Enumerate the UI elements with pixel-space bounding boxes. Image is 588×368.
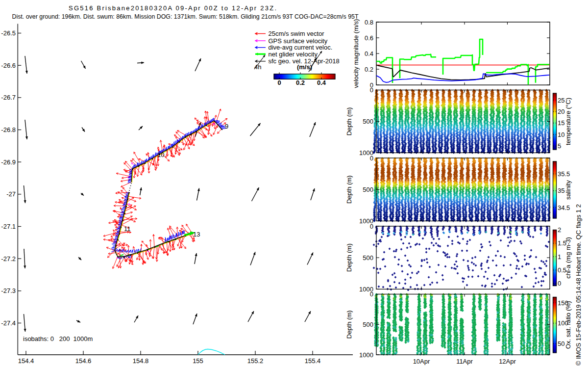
svg-text:net glider velocity: net glider velocity	[269, 51, 318, 58]
svg-text:-26.8: -26.8	[1, 126, 16, 133]
svg-text:Depth (m): Depth (m)	[345, 310, 353, 339]
svg-text:35: 35	[558, 187, 564, 194]
svg-text:34.5: 34.5	[558, 204, 570, 211]
svg-text:temperature (°C): temperature (°C)	[564, 98, 572, 145]
svg-text:500: 500	[363, 254, 373, 262]
svg-text:0: 0	[370, 290, 373, 298]
svg-text:(m/s): (m/s)	[297, 63, 312, 71]
svg-text:Dist. over ground: 196km. Dist: Dist. over ground: 196km. Dist. swum: 86…	[12, 13, 359, 20]
svg-text:0: 0	[277, 79, 281, 86]
svg-text:-27.4: -27.4	[1, 319, 16, 327]
svg-text:0: 0	[370, 155, 373, 162]
svg-text:-27: -27	[6, 190, 16, 198]
svg-text:11: 11	[124, 225, 131, 233]
svg-text:9: 9	[225, 123, 228, 130]
svg-text:20: 20	[558, 108, 564, 115]
svg-text:0.8: 0.8	[365, 19, 373, 26]
svg-text:0: 0	[558, 280, 561, 287]
svg-text:500: 500	[363, 118, 373, 125]
svg-text:0.2: 0.2	[296, 79, 305, 86]
svg-text:-26.6: -26.6	[1, 62, 16, 69]
svg-text:35.5: 35.5	[558, 170, 570, 178]
svg-text:Ox. sat. ratio (%): Ox. sat. ratio (%)	[564, 301, 572, 349]
svg-text:Depth (m): Depth (m)	[345, 107, 353, 136]
svg-text:velocity magnitude (m/s): velocity magnitude (m/s)	[352, 19, 360, 88]
svg-text:0.6: 0.6	[365, 34, 373, 42]
svg-text:154.8: 154.8	[133, 357, 149, 365]
svg-text:155.2: 155.2	[247, 357, 264, 365]
svg-text:Depth (m): Depth (m)	[346, 175, 353, 204]
svg-text:Depth (m): Depth (m)	[345, 243, 353, 272]
svg-text:-27.3: -27.3	[1, 287, 16, 294]
svg-text:chl-a (mg m-3): chl-a (mg m-3)	[564, 237, 572, 279]
svg-text:-27.2: -27.2	[1, 255, 16, 263]
svg-text:-26.5: -26.5	[1, 29, 16, 37]
svg-text:-26.7: -26.7	[1, 94, 16, 101]
svg-text:25: 25	[558, 97, 564, 104]
svg-text:25cm/s swim vector: 25cm/s swim vector	[269, 30, 325, 37]
svg-text:11Apr: 11Apr	[456, 358, 473, 365]
svg-text:15: 15	[558, 119, 564, 127]
svg-text:10Apr: 10Apr	[413, 358, 430, 365]
svg-text:0: 0	[370, 223, 373, 230]
svg-text:154.6: 154.6	[75, 357, 92, 365]
svg-text:154.4: 154.4	[18, 357, 34, 365]
svg-text:1: 1	[558, 253, 561, 261]
svg-text:0.4: 0.4	[317, 79, 326, 86]
svg-text:50: 50	[558, 340, 564, 347]
svg-text:1000: 1000	[359, 351, 373, 359]
svg-text:12Apr: 12Apr	[499, 358, 516, 365]
svg-text:155: 155	[193, 357, 203, 365]
svg-text:0.4: 0.4	[365, 50, 373, 57]
svg-text:SG516 Brisbane20180320A 09-Apr: SG516 Brisbane20180320A 09-Apr 00Z to 12…	[69, 4, 276, 12]
svg-text:0.2: 0.2	[365, 66, 373, 73]
svg-text:13: 13	[193, 231, 200, 238]
svg-text:-26.9: -26.9	[1, 158, 16, 166]
svg-text:-27.1: -27.1	[1, 223, 16, 230]
svg-text:salinity: salinity	[564, 180, 572, 200]
svg-text:500: 500	[363, 186, 373, 193]
svg-text:10: 10	[558, 131, 564, 138]
svg-text:500: 500	[363, 321, 373, 328]
svg-text:5: 5	[558, 142, 561, 150]
svg-text:0: 0	[370, 86, 373, 94]
svg-text:10: 10	[157, 151, 164, 158]
svg-text:155.4: 155.4	[305, 357, 321, 365]
svg-text:2: 2	[558, 226, 561, 234]
svg-text:isobaths: 0 200 1000m: isobaths: 0 200 1000m	[23, 335, 93, 342]
svg-text:© IMOS 15-Feb-2019 05:14:48 Ho: © IMOS 15-Feb-2019 05:14:48 Hobart time.…	[575, 204, 582, 366]
